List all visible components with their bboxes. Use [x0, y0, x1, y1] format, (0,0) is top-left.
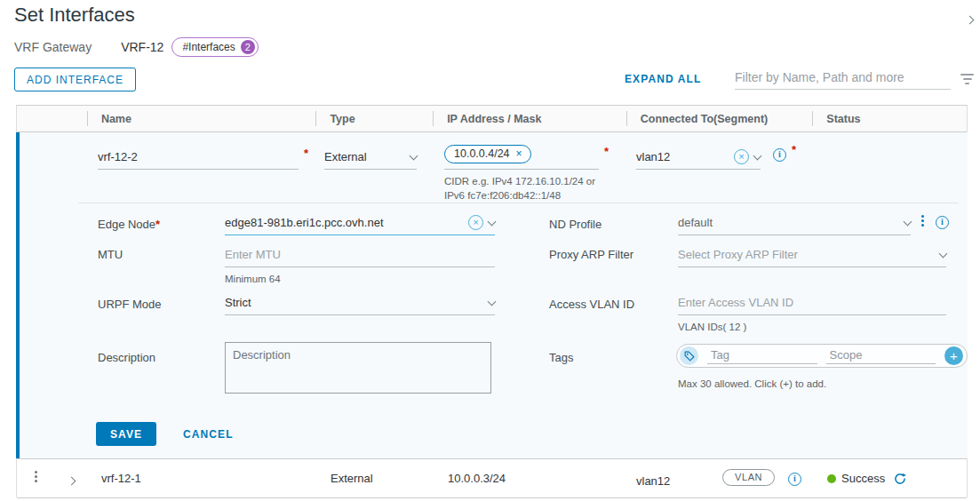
urpf-mode-value: Strict: [225, 296, 483, 309]
connected-to-select[interactable]: vlan12: [636, 145, 761, 170]
cancel-button[interactable]: CANCEL: [183, 428, 234, 441]
ip-address-field[interactable]: 10.0.0.4/24: [444, 139, 599, 170]
name-required-marker: *: [304, 147, 308, 160]
row-cell-ip: 10.0.0.3/24: [448, 472, 506, 485]
nd-profile-label: ND Profile: [549, 218, 602, 231]
table-header-row: Name Type IP Address / Mask Connected To…: [17, 106, 967, 132]
access-vlan-helper-text: VLAN IDs( 12 ): [678, 321, 746, 335]
table-row: vrf-12-1 External 10.0.0.3/24 vlan12 VLA…: [17, 458, 967, 498]
nd-profile-value: default: [678, 216, 899, 229]
name-input[interactable]: [98, 150, 299, 163]
proxy-arp-placeholder: Select Proxy ARP Filter: [678, 248, 935, 261]
filter-field: [735, 68, 951, 90]
name-field: [98, 145, 299, 170]
tags-label: Tags: [549, 351, 573, 364]
tag-input[interactable]: [707, 347, 817, 364]
scope-input[interactable]: [826, 347, 936, 364]
chevron-down-icon: [939, 250, 948, 258]
interface-editor: * External 10.0.0.4/24 * CIDR e.g. IPv4 …: [16, 132, 968, 458]
ip-chip-value: 10.0.0.4/24: [454, 147, 510, 160]
tags-field: +: [676, 344, 968, 368]
row-cell-status: Success: [827, 472, 906, 485]
refresh-status-icon[interactable]: [894, 473, 906, 485]
nd-profile-menu-icon[interactable]: [921, 215, 924, 218]
connected-to-value: vlan12: [636, 150, 729, 163]
row-cell-type: External: [331, 472, 373, 485]
breadcrumb: VRF Gateway VRF-12 #Interfaces 2: [14, 37, 259, 57]
breadcrumb-gateway-name: VRF-12: [121, 40, 163, 54]
status-text: Success: [841, 472, 885, 485]
interfaces-count-badge[interactable]: #Interfaces 2: [171, 37, 258, 57]
add-interface-button[interactable]: ADD INTERFACE: [14, 68, 136, 91]
mtu-helper-text: Minimum 64: [225, 273, 281, 287]
interfaces-badge-count: 2: [241, 40, 255, 54]
access-vlan-label: Access VLAN ID: [549, 298, 634, 311]
chevron-down-icon: [904, 218, 912, 227]
chevron-down-icon: [410, 152, 418, 161]
collapse-panel-icon[interactable]: [967, 11, 973, 27]
interfaces-badge-label: #Interfaces: [182, 41, 235, 53]
chevron-down-icon: [488, 298, 497, 306]
mtu-field: [225, 243, 495, 267]
breadcrumb-parent: VRF Gateway: [14, 40, 92, 54]
set-interfaces-panel: Set Interfaces VRF Gateway VRF-12 #Inter…: [0, 0, 980, 501]
expand-row-icon[interactable]: [68, 473, 75, 487]
access-vlan-field: [678, 290, 946, 315]
urpf-mode-label: URPF Mode: [98, 298, 162, 311]
mtu-label: MTU: [98, 248, 123, 261]
access-vlan-input[interactable]: [678, 296, 946, 309]
page-title: Set Interfaces: [14, 4, 135, 27]
chevron-down-icon: [488, 218, 497, 227]
type-select[interactable]: External: [324, 145, 417, 170]
proxy-arp-label: Proxy ARP Filter: [549, 248, 633, 261]
tags-helper-text: Max 30 allowed. Click (+) to add.: [678, 378, 826, 392]
save-button[interactable]: SAVE: [96, 422, 156, 446]
ip-chip: 10.0.0.4/24: [444, 145, 531, 163]
clear-edge-node-icon[interactable]: [468, 215, 483, 230]
description-textarea[interactable]: [225, 342, 491, 394]
proxy-arp-select[interactable]: Select Proxy ARP Filter: [678, 243, 946, 267]
edge-node-label: Edge Node*: [98, 218, 160, 231]
filter-icon[interactable]: [960, 74, 974, 84]
expand-all-link[interactable]: EXPAND ALL: [625, 73, 701, 85]
header-cell-name: Name: [87, 106, 316, 131]
segment-type-badge: VLAN: [722, 469, 775, 486]
nd-profile-select[interactable]: default: [678, 211, 911, 235]
filter-input[interactable]: [735, 68, 951, 89]
description-label: Description: [98, 351, 155, 364]
add-tag-button[interactable]: +: [944, 346, 963, 365]
row-menu-icon[interactable]: [35, 471, 37, 473]
interfaces-table: Name Type IP Address / Mask Connected To…: [16, 105, 968, 497]
row-cell-connected: vlan12: [636, 474, 670, 488]
edge-node-required-marker: *: [155, 218, 160, 231]
type-select-value: External: [324, 150, 405, 163]
edge-node-select[interactable]: edge81-981b.eri1c.pcc.ovh.net: [225, 211, 495, 235]
edge-node-value: edge81-981b.eri1c.pcc.ovh.net: [225, 216, 463, 229]
chevron-down-icon: [753, 152, 762, 161]
clear-connected-icon[interactable]: [734, 149, 749, 164]
remove-ip-icon[interactable]: [516, 147, 522, 160]
connected-info-icon[interactable]: [773, 148, 786, 162]
header-cell-type: Type: [315, 106, 433, 131]
section-divider: [78, 203, 959, 203]
header-cell-ip: IP Address / Mask: [433, 106, 626, 131]
mtu-input[interactable]: [225, 248, 495, 261]
header-cell-status: Status: [812, 106, 967, 131]
ip-required-marker: *: [604, 145, 609, 158]
chevron-right-icon: [966, 16, 975, 25]
chevron-right-icon: [68, 477, 76, 486]
segment-info-icon[interactable]: [788, 473, 801, 486]
connected-required-marker: *: [792, 143, 796, 156]
urpf-mode-select[interactable]: Strict: [225, 290, 495, 315]
tag-icon: [680, 346, 698, 365]
header-cell-actions: [17, 106, 87, 131]
success-status-icon: [827, 474, 836, 483]
header-cell-connected: Connected To(Segment): [626, 106, 813, 131]
row-cell-name: vrf-12-1: [101, 472, 141, 485]
ip-helper-text: CIDR e.g. IPv4 172.16.10.1/24 or IPv6 fc…: [444, 175, 610, 203]
nd-profile-info-icon[interactable]: [936, 216, 949, 229]
